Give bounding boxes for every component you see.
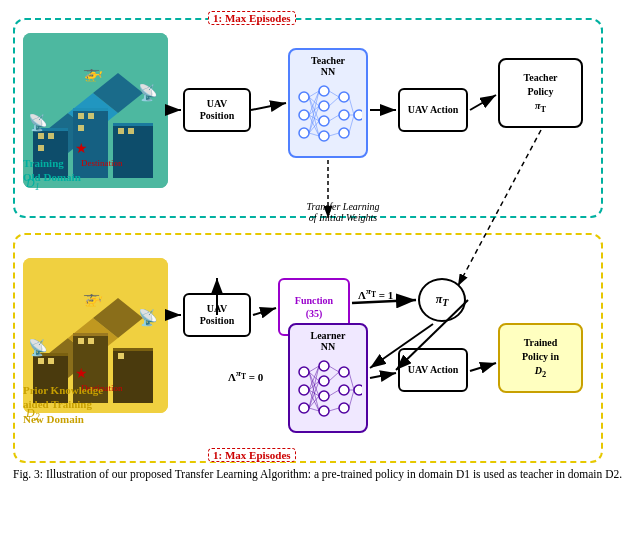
svg-text:🚁: 🚁 bbox=[83, 63, 103, 82]
svg-point-83 bbox=[354, 385, 362, 395]
svg-point-51 bbox=[339, 110, 349, 120]
learner-nn-box: LearnerNN bbox=[288, 323, 368, 433]
svg-line-70 bbox=[349, 97, 354, 115]
svg-rect-32 bbox=[113, 348, 153, 351]
svg-point-49 bbox=[319, 131, 329, 141]
svg-text:📡: 📡 bbox=[138, 308, 158, 327]
svg-point-45 bbox=[299, 128, 309, 138]
max-episodes-bottom: 1: Max Episodes bbox=[208, 448, 296, 462]
uav-position-top-box: UAVPosition bbox=[183, 88, 251, 132]
svg-line-97 bbox=[329, 372, 339, 381]
svg-text:★: ★ bbox=[75, 141, 88, 156]
pi-t-circle: πT bbox=[418, 278, 466, 322]
svg-text:★: ★ bbox=[75, 366, 88, 381]
lambda-1-label: ΛπT = 1 bbox=[358, 286, 393, 301]
d2-label: D2 bbox=[26, 406, 40, 422]
svg-rect-10 bbox=[38, 133, 44, 139]
svg-line-98 bbox=[329, 390, 339, 396]
svg-point-46 bbox=[319, 86, 329, 96]
svg-line-72 bbox=[349, 115, 354, 133]
svg-line-96 bbox=[329, 366, 339, 372]
trained-policy-box: TrainedPolicy inD2 bbox=[498, 323, 583, 393]
svg-point-77 bbox=[319, 376, 329, 386]
svg-line-102 bbox=[349, 390, 354, 408]
svg-rect-16 bbox=[118, 128, 124, 134]
svg-point-48 bbox=[319, 116, 329, 126]
svg-text:Destination: Destination bbox=[81, 158, 123, 168]
uav-position-bottom-box: UAVPosition bbox=[183, 293, 251, 337]
svg-point-50 bbox=[339, 92, 349, 102]
main-container: 1: Max Episodes 1: Max Episodes bbox=[0, 0, 640, 537]
svg-rect-34 bbox=[48, 358, 54, 364]
svg-rect-14 bbox=[88, 113, 94, 119]
uav-action-top-box: UAV Action bbox=[398, 88, 468, 132]
svg-rect-7 bbox=[73, 108, 108, 111]
svg-line-66 bbox=[329, 91, 339, 97]
svg-point-82 bbox=[339, 403, 349, 413]
svg-rect-36 bbox=[88, 338, 94, 344]
svg-rect-17 bbox=[128, 128, 134, 134]
svg-rect-9 bbox=[113, 123, 153, 126]
svg-rect-30 bbox=[73, 333, 108, 336]
svg-point-53 bbox=[354, 110, 362, 120]
svg-point-75 bbox=[299, 403, 309, 413]
svg-point-44 bbox=[299, 110, 309, 120]
svg-rect-15 bbox=[78, 125, 84, 131]
svg-rect-11 bbox=[48, 133, 54, 139]
max-episodes-top: 1: Max Episodes bbox=[208, 11, 296, 25]
lambda-0-label: ΛπT = 0 bbox=[228, 368, 263, 383]
svg-line-67 bbox=[329, 97, 339, 106]
svg-point-81 bbox=[339, 385, 349, 395]
svg-point-79 bbox=[319, 406, 329, 416]
figure-caption: Fig. 3: Illustration of our proposed Tra… bbox=[13, 466, 627, 483]
svg-line-69 bbox=[329, 133, 339, 136]
svg-rect-12 bbox=[38, 145, 44, 151]
svg-point-43 bbox=[299, 92, 309, 102]
teacher-nn-box: TeacherNN bbox=[288, 48, 368, 158]
svg-line-68 bbox=[329, 115, 339, 121]
svg-text:📡: 📡 bbox=[28, 113, 48, 132]
svg-text:📡: 📡 bbox=[28, 338, 48, 357]
svg-point-74 bbox=[299, 385, 309, 395]
svg-rect-35 bbox=[78, 338, 84, 344]
svg-point-52 bbox=[339, 128, 349, 138]
svg-point-47 bbox=[319, 101, 329, 111]
svg-rect-37 bbox=[118, 353, 124, 359]
svg-line-100 bbox=[349, 372, 354, 390]
svg-text:📡: 📡 bbox=[138, 83, 158, 102]
svg-rect-13 bbox=[78, 113, 84, 119]
transfer-learning-label: Transfer Learningof Initial Weights bbox=[278, 201, 408, 223]
svg-point-73 bbox=[299, 367, 309, 377]
svg-line-99 bbox=[329, 408, 339, 411]
svg-text:🚁: 🚁 bbox=[83, 288, 103, 307]
uav-action-bottom-box: UAV Action bbox=[398, 348, 468, 392]
svg-point-78 bbox=[319, 391, 329, 401]
svg-rect-33 bbox=[38, 358, 44, 364]
diagram-area: 1: Max Episodes 1: Max Episodes bbox=[8, 8, 632, 488]
svg-point-76 bbox=[319, 361, 329, 371]
svg-point-80 bbox=[339, 367, 349, 377]
teacher-policy-box: TeacherPolicyπT bbox=[498, 58, 583, 128]
d1-label: D1 bbox=[26, 176, 40, 192]
